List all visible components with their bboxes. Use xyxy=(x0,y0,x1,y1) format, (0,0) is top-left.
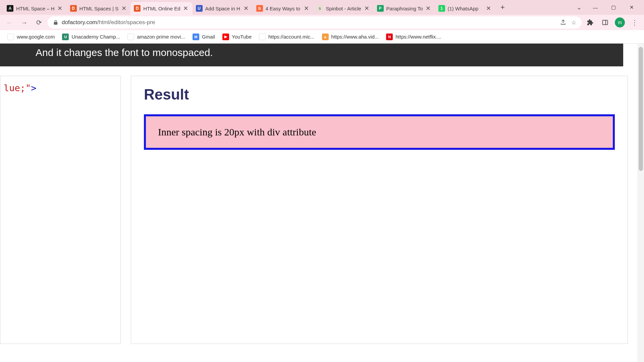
browser-tab[interactable]: UAdd Space in H✕ xyxy=(193,2,253,15)
address-row: ← → ⟳ dofactory.com/html/editor/spaces-p… xyxy=(0,15,644,30)
tab-title: Paraphrasing To xyxy=(386,6,423,11)
tab-close-button[interactable]: ✕ xyxy=(485,5,492,12)
browser-tab[interactable]: sSpinbot - Article✕ xyxy=(313,2,374,15)
editor-layout: lue;"> Result Inner spacing is 20px with… xyxy=(0,66,644,344)
tab-favicon: 1 xyxy=(438,5,445,12)
banner-text: And it changes the font to monospaced. xyxy=(36,47,213,58)
bookmark-item[interactable]: ▶YouTube xyxy=(220,32,254,42)
bookmark-favicon: G xyxy=(127,34,134,40)
tab-favicon: D xyxy=(134,5,141,12)
bookmark-label: YouTube xyxy=(232,34,252,40)
window-controls: — ▢ ✕ xyxy=(586,1,641,14)
bookmark-star-icon[interactable]: ☆ xyxy=(571,19,576,26)
result-box-text: Inner spacing is 20px with div attribute xyxy=(158,126,601,138)
description-banner: And it changes the font to monospaced. xyxy=(0,44,623,66)
maximize-button[interactable]: ▢ xyxy=(604,1,623,14)
svg-rect-0 xyxy=(54,22,57,24)
bookmark-label: https://www.netflix.... xyxy=(395,34,441,40)
bookmark-favicon: ⊞ xyxy=(259,34,266,40)
tab-favicon: D xyxy=(70,5,77,12)
bookmark-favicon: M xyxy=(193,34,199,40)
bookmark-item[interactable]: ⊞https://account.mic... xyxy=(256,32,317,42)
bookmark-label: https://www.aha.vid... xyxy=(331,34,379,40)
bookmark-favicon: a xyxy=(322,34,329,40)
tab-close-button[interactable]: ✕ xyxy=(303,5,310,12)
result-heading: Result xyxy=(144,86,615,103)
bookmark-label: www.google.com xyxy=(17,34,55,40)
tab-close-button[interactable]: ✕ xyxy=(57,5,63,12)
reload-button[interactable]: ⟳ xyxy=(33,16,45,28)
lock-icon xyxy=(53,20,58,25)
bookmark-item[interactable]: Gamazon prime movi... xyxy=(125,32,187,42)
code-fragment: lue;" xyxy=(4,83,31,93)
tab-close-button[interactable]: ✕ xyxy=(425,5,432,12)
bookmark-favicon: N xyxy=(386,34,393,40)
extensions-icon[interactable] xyxy=(584,16,596,28)
browser-tab[interactable]: PParaphrasing To✕ xyxy=(374,2,435,15)
browser-tab[interactable]: b4 Easy Ways to ✕ xyxy=(253,2,313,15)
browser-tab[interactable]: 1(1) WhatsApp✕ xyxy=(435,2,495,15)
back-button[interactable]: ← xyxy=(3,16,15,28)
vertical-scrollbar[interactable] xyxy=(637,44,644,362)
bookmark-item[interactable]: MGmail xyxy=(190,32,218,42)
tab-title: HTML Online Ed xyxy=(143,6,180,11)
tab-title: Add Space in H xyxy=(205,6,241,11)
svg-rect-1 xyxy=(603,20,608,24)
bookmark-item[interactable]: Gwww.google.com xyxy=(5,32,57,42)
sidepanel-icon[interactable] xyxy=(599,16,611,28)
close-window-button[interactable]: ✕ xyxy=(623,1,641,14)
bookmark-favicon: ▶ xyxy=(222,34,229,40)
address-path: /html/editor/spaces-pre xyxy=(97,19,155,26)
share-icon[interactable] xyxy=(560,19,567,26)
bookmark-label: Unacademy Champ... xyxy=(71,34,120,40)
minimize-button[interactable]: — xyxy=(586,1,604,14)
tab-title: (1) WhatsApp xyxy=(448,6,483,11)
scrollbar-thumb[interactable] xyxy=(639,47,643,171)
tab-close-button[interactable]: ✕ xyxy=(120,5,127,12)
code-editor-panel[interactable]: lue;"> xyxy=(0,76,121,344)
tab-close-button[interactable]: ✕ xyxy=(243,5,250,12)
tab-favicon: U xyxy=(196,5,203,12)
tab-favicon: P xyxy=(377,5,384,12)
browser-chrome: AHTML Space – H✕DHTML Spaces | S✕DHTML O… xyxy=(0,0,644,44)
bookmark-item[interactable]: UUnacademy Champ... xyxy=(59,32,123,42)
browser-tab[interactable]: DHTML Online Ed✕ xyxy=(130,2,192,15)
bookmark-label: amazon prime movi... xyxy=(137,34,185,40)
chrome-menu-button[interactable]: ⋮ xyxy=(629,16,641,28)
bookmark-label: https://account.mic... xyxy=(268,34,315,40)
tab-close-button[interactable]: ✕ xyxy=(364,5,370,12)
result-demo-box: Inner spacing is 20px with div attribute xyxy=(144,114,615,150)
new-tab-button[interactable]: + xyxy=(497,2,508,13)
code-fragment: > xyxy=(31,83,36,93)
profile-avatar[interactable]: m xyxy=(614,16,626,28)
address-bar[interactable]: dofactory.com/html/editor/spaces-pre ☆ xyxy=(48,16,582,28)
address-domain: dofactory.com xyxy=(62,19,97,26)
tab-close-button[interactable]: ✕ xyxy=(182,5,189,12)
bookmarks-bar: Gwww.google.comUUnacademy Champ...Gamazo… xyxy=(0,30,644,44)
tab-favicon: A xyxy=(7,5,13,12)
browser-tab[interactable]: AHTML Space – H✕ xyxy=(3,2,67,15)
bookmark-favicon: U xyxy=(62,34,69,40)
tab-title: HTML Spaces | S xyxy=(79,6,119,11)
tab-favicon: s xyxy=(317,5,323,12)
bookmark-item[interactable]: ahttps://www.aha.vid... xyxy=(319,32,382,42)
browser-tab[interactable]: DHTML Spaces | S✕ xyxy=(67,2,131,15)
forward-button[interactable]: → xyxy=(18,16,30,28)
tab-search-dropdown[interactable]: ⌄ xyxy=(572,4,586,11)
tab-title: Spinbot - Article xyxy=(326,6,362,11)
bookmark-item[interactable]: Nhttps://www.netflix.... xyxy=(383,32,444,42)
tab-favicon: b xyxy=(256,5,263,12)
result-panel: Result Inner spacing is 20px with div at… xyxy=(131,76,628,344)
bookmark-favicon: G xyxy=(7,34,14,40)
tab-title: HTML Space – H xyxy=(16,6,55,11)
bookmark-label: Gmail xyxy=(202,34,215,40)
page-content: And it changes the font to monospaced. l… xyxy=(0,44,644,362)
tab-strip: AHTML Space – H✕DHTML Spaces | S✕DHTML O… xyxy=(0,0,644,15)
tab-title: 4 Easy Ways to xyxy=(266,6,301,11)
